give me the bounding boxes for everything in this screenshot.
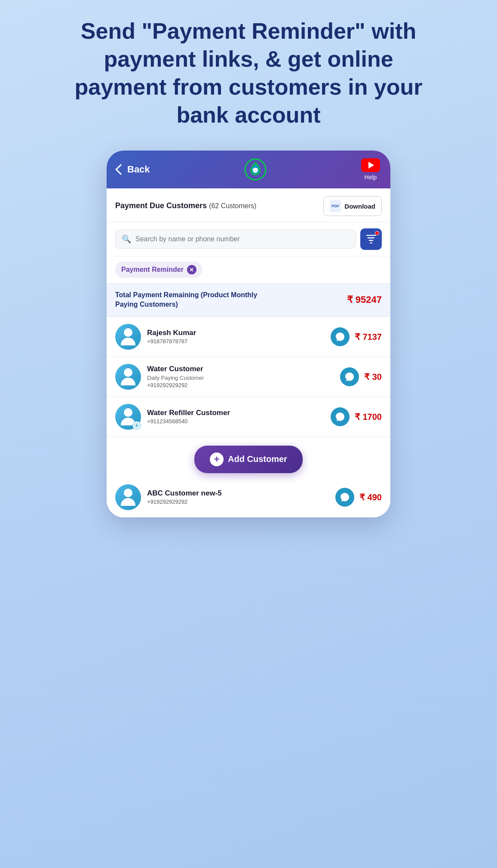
total-label: Total Payment Remaining (Product Monthly…	[115, 290, 261, 310]
customer-name: Rajesh Kumar	[147, 329, 325, 337]
avatar-person-icon	[121, 489, 135, 506]
filter-icon	[366, 235, 376, 243]
message-icon	[340, 492, 350, 502]
message-icon	[344, 372, 355, 382]
customer-info: Rajesh Kumar +918787878787	[147, 329, 325, 345]
avatar-person-icon	[121, 368, 135, 385]
phone-frame: Back Help Payment Due Customers (62 Cust…	[107, 151, 390, 517]
customer-list: Rajesh Kumar +918787878787 ₹ 7137	[107, 317, 390, 517]
filter-tag-row: Payment Reminder ✕	[107, 256, 390, 283]
send-message-button[interactable]	[331, 407, 350, 426]
youtube-icon	[361, 158, 380, 172]
total-amount: ₹ 95247	[347, 294, 382, 305]
search-box: 🔍	[115, 230, 356, 249]
add-customer-button[interactable]: + Add Customer	[194, 446, 303, 473]
customer-name: ABC Customer new-5	[147, 489, 329, 498]
back-label: Back	[127, 164, 150, 175]
customer-count: (62 Customers)	[209, 202, 256, 209]
customer-phone: +918787878787	[147, 338, 325, 345]
filter-button[interactable]	[360, 228, 382, 250]
payment-reminder-tag[interactable]: Payment Reminder ✕	[115, 262, 202, 278]
customer-name: Water Customer	[147, 365, 334, 373]
table-row[interactable]: Water Customer Daily Paying Customer +91…	[107, 357, 390, 397]
filter-tag-label: Payment Reminder	[121, 266, 184, 274]
customer-phone: +911234568540	[147, 418, 325, 425]
search-icon: 🔍	[122, 234, 131, 244]
amount-due: ₹ 7137	[355, 332, 382, 342]
table-row[interactable]: Rajesh Kumar +918787878787 ₹ 7137	[107, 317, 390, 357]
customer-phone: +919292929292	[147, 382, 334, 388]
customer-type: Daily Paying Customer	[147, 374, 334, 382]
play-triangle	[368, 162, 374, 169]
amount-due: ₹ 1700	[355, 412, 382, 422]
help-label: Help	[365, 174, 377, 181]
avatar	[115, 484, 141, 510]
customer-info: Water Customer Daily Paying Customer +91…	[147, 365, 334, 388]
download-button[interactable]: PDF Download	[323, 196, 382, 216]
avatar	[115, 324, 141, 350]
hero-text: Send "Payment Reminder" with payment lin…	[55, 17, 442, 129]
total-payment-row: Total Payment Remaining (Product Monthly…	[107, 283, 390, 317]
amount-due: ₹ 490	[359, 492, 382, 502]
send-message-button[interactable]	[340, 367, 359, 386]
pdf-icon: PDF	[330, 200, 341, 212]
message-icon	[335, 332, 345, 342]
table-row[interactable]: ABC Customer new-5 +919292929292 ₹ 490	[107, 477, 390, 517]
filter-active-dot	[375, 231, 379, 235]
customer-phone: +919292929292	[147, 499, 329, 505]
avatar-add-badge	[132, 421, 141, 430]
customer-actions: ₹ 30	[340, 367, 382, 386]
top-bar: Back Help	[107, 151, 390, 188]
back-button[interactable]: Back	[117, 164, 150, 175]
page-header-row: Payment Due Customers (62 Customers) PDF…	[107, 188, 390, 222]
back-chevron-icon	[115, 164, 126, 175]
amount-due: ₹ 30	[364, 372, 382, 382]
page-title: Payment Due Customers (62 Customers)	[115, 201, 256, 211]
search-input[interactable]	[135, 235, 350, 243]
message-icon	[335, 412, 345, 422]
send-message-button[interactable]	[335, 488, 354, 507]
search-area: 🔍	[107, 222, 390, 256]
table-row[interactable]: Water Refiller Customer +911234568540 ₹ …	[107, 397, 390, 437]
avatar-person-icon	[121, 328, 135, 345]
fab-label: Add Customer	[228, 454, 287, 464]
customer-name: Water Refiller Customer	[147, 409, 325, 417]
customer-actions: ₹ 490	[335, 488, 382, 507]
send-message-button[interactable]	[331, 327, 350, 346]
customer-actions: ₹ 1700	[331, 407, 382, 426]
avatar	[115, 404, 141, 430]
download-label: Download	[344, 203, 375, 210]
app-logo	[244, 158, 267, 181]
customer-info: Water Refiller Customer +911234568540	[147, 409, 325, 425]
customer-actions: ₹ 7137	[331, 327, 382, 346]
customer-info: ABC Customer new-5 +919292929292	[147, 489, 329, 505]
remove-filter-button[interactable]: ✕	[187, 265, 196, 274]
fab-plus-icon: +	[210, 452, 224, 466]
help-button[interactable]: Help	[361, 158, 380, 181]
avatar	[115, 364, 141, 390]
fab-area: + Add Customer	[107, 437, 390, 477]
add-icon	[134, 423, 139, 428]
